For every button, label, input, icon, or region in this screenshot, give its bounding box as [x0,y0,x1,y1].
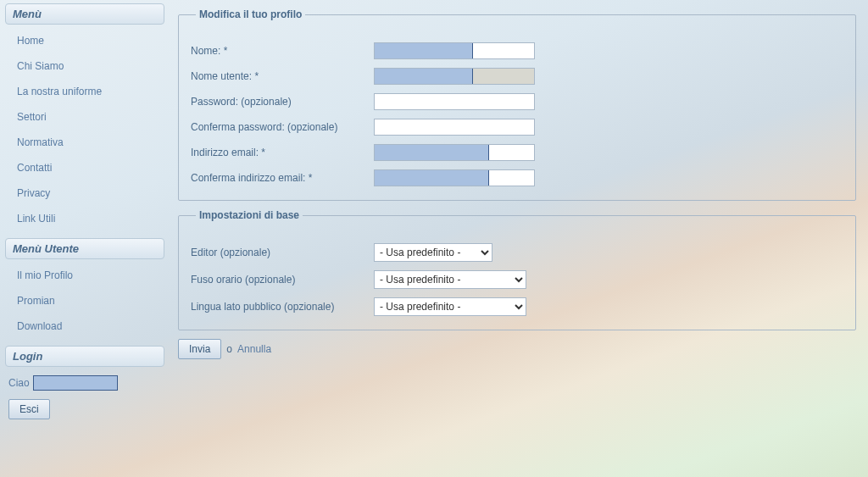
label-username: Nome utente: * [191,70,374,82]
login-block: Ciao Esci [5,370,164,424]
editor-select[interactable]: - Usa predefinito - [374,243,492,262]
frontend-language-select[interactable]: - Usa predefinito - [374,297,526,316]
username-input[interactable] [374,68,535,85]
profile-fieldset: Modifica il tuo profilo Nome: * Nome ute… [178,8,856,201]
profile-legend: Modifica il tuo profilo [196,8,305,20]
logout-button[interactable]: Esci [8,399,50,419]
menu-item-chi-siamo[interactable]: Chi Siamo [12,53,161,79]
menu-item-download[interactable]: Download [12,313,161,339]
menu-item-profilo[interactable]: Il mio Profilo [12,263,161,288]
menu-item-uniforme[interactable]: La nostra uniforme [12,79,161,104]
page-root: Menù Home Chi Siamo La nostra uniforme S… [0,0,868,477]
label-name: Nome: * [191,45,374,57]
email-input[interactable] [374,144,535,161]
label-timezone: Fuso orario (opzionale) [191,274,374,286]
row-confirm-email: Conferma indirizzo email: * [191,169,843,186]
row-name: Nome: * [191,42,843,59]
label-password: Password: (opzionale) [191,96,374,108]
sidebar: Menù Home Chi Siamo La nostra uniforme S… [0,0,170,477]
greeting-text: Ciao [8,377,30,389]
login-greeting: Ciao [8,375,161,391]
label-confirm-email: Conferma indirizzo email: * [191,172,374,184]
name-input[interactable] [374,42,535,59]
user-menu: Il mio Profilo Promian Download [5,263,164,346]
row-confirm-password: Conferma password: (opzionale) [191,119,843,136]
label-confirm-password: Conferma password: (opzionale) [191,121,374,133]
or-text: o [226,343,232,355]
label-editor: Editor (opzionale) [191,247,374,258]
row-username: Nome utente: * [191,68,843,85]
form-actions: Invia o Annulla [178,339,856,359]
row-password: Password: (opzionale) [191,93,843,110]
row-frontend-language: Lingua lato pubblico (opzionale) - Usa p… [191,297,843,316]
row-timezone: Fuso orario (opzionale) - Usa predefinit… [191,270,843,289]
menu-item-settori[interactable]: Settori [12,104,161,130]
submit-button[interactable]: Invia [178,339,221,359]
timezone-select[interactable]: - Usa predefinito - [374,270,526,289]
confirm-password-input[interactable] [374,119,535,136]
basic-settings-legend: Impostazioni di base [196,209,303,221]
menu-item-promian[interactable]: Promian [12,288,161,313]
row-email: Indirizzo email: * [191,144,843,161]
user-menu-heading: Menù Utente [5,238,164,259]
menu-item-privacy[interactable]: Privacy [12,180,161,206]
main-menu: Home Chi Siamo La nostra uniforme Settor… [5,28,164,238]
label-email: Indirizzo email: * [191,147,374,158]
menu-item-home[interactable]: Home [12,28,161,53]
basic-settings-fieldset: Impostazioni di base Editor (opzionale) … [178,209,856,330]
confirm-email-input[interactable] [374,169,535,186]
menu-item-normativa[interactable]: Normativa [12,130,161,155]
row-editor: Editor (opzionale) - Usa predefinito - [191,243,843,262]
login-heading: Login [5,346,164,367]
greeting-username-box [33,375,118,391]
main-content: Modifica il tuo profilo Nome: * Nome ute… [170,0,868,477]
menu-item-link-utili[interactable]: Link Utili [12,206,161,231]
menu-heading: Menù [5,3,164,25]
menu-item-contatti[interactable]: Contatti [12,155,161,180]
password-input[interactable] [374,93,535,110]
cancel-link[interactable]: Annulla [237,343,271,355]
label-frontend-language: Lingua lato pubblico (opzionale) [191,301,374,313]
